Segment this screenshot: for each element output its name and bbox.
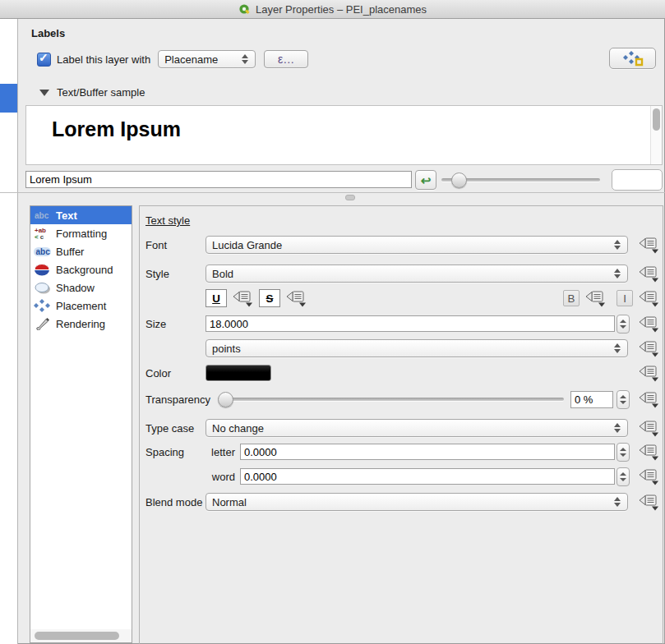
title-bar: Layer Properties – PEI_placenames [0,0,665,19]
sample-preview-text: Lorem Ipsum [52,117,662,141]
type-case-dropdown[interactable]: No change [206,419,628,437]
text-sample-preview: Lorem Ipsum [25,105,663,165]
data-defined-override-button[interactable] [638,419,660,437]
spinner-stepper-icon[interactable] [617,315,630,334]
data-defined-override-button[interactable] [638,493,660,511]
word-spacing-input[interactable] [240,468,615,485]
color-label: Color [145,367,206,380]
sample-section-header[interactable]: Text/Buffer sample [39,86,145,99]
italic-button[interactable]: I [617,290,633,306]
sample-section-title: Text/Buffer sample [57,86,145,99]
type-case-label: Type case [145,422,206,435]
label-layer-checkbox[interactable]: ✓ [37,53,51,67]
svg-text:abc: abc [36,247,51,256]
dropdown-stepper-icon [614,343,621,353]
underline-button[interactable]: U [206,289,227,307]
left-tab-strip[interactable] [0,19,18,644]
style-label: Style [145,268,206,280]
data-defined-override-button[interactable] [638,467,660,485]
letter-spacing-label: letter [206,446,235,458]
automated-placement-button[interactable] [609,48,656,69]
dropdown-stepper-icon [614,497,621,507]
label-field-dropdown[interactable]: Placename [158,50,256,68]
scrollbar-thumb[interactable] [653,108,660,131]
sidebar-horizontal-scrollbar[interactable] [30,629,132,642]
placement-icon [34,299,51,312]
dropdown-stepper-icon [614,269,621,278]
undo-arrow-icon: ↩ [421,174,432,186]
shadow-icon [34,281,51,294]
letter-spacing-input[interactable] [240,444,615,460]
formatting-icon: +ab <c [34,227,51,240]
sidebar-item-text[interactable]: abc Text [30,206,132,224]
sidebar-item-placement[interactable]: Placement [30,297,132,315]
sample-vertical-scrollbar[interactable] [650,106,662,164]
spinner-stepper-icon[interactable] [617,443,630,462]
style-dropdown[interactable]: Bold [206,264,628,283]
panel-title: Text style [145,214,190,227]
size-input[interactable] [206,315,615,332]
size-label: Size [145,318,206,330]
transparency-input[interactable] [570,391,613,408]
reset-sample-button[interactable]: ↩ [415,170,436,190]
strikeout-button[interactable]: S [259,289,280,307]
font-label: Font [145,239,206,251]
slider-knob[interactable] [451,172,467,188]
scrollbar-thumb[interactable] [35,632,119,640]
data-defined-override-button[interactable] [584,289,607,307]
dropdown-stepper-icon [242,54,249,64]
data-defined-override-button[interactable] [638,264,660,283]
buffer-icon: abc [34,245,51,258]
bold-button[interactable]: B [563,290,580,306]
expression-builder-button[interactable]: ε… [264,50,308,68]
background-icon [34,263,51,276]
rendering-brush-icon [34,317,51,330]
sample-scale-spinbox[interactable] [612,169,663,191]
labels-section-heading: Labels [31,27,65,39]
dropdown-stepper-icon [614,240,621,250]
section-divider [0,192,665,193]
sidebar-item-shadow[interactable]: Shadow [30,278,132,297]
slider-knob[interactable] [218,392,233,407]
word-spacing-label: word [206,471,235,483]
data-defined-override-button[interactable] [638,339,660,357]
font-dropdown[interactable]: Lucida Grande [206,236,628,254]
sidebar-item-rendering[interactable]: Rendering [30,315,132,333]
label-settings-sidebar: abc Text +ab <c Formatting abc Buffer [30,205,132,643]
data-defined-override-button[interactable] [638,289,660,307]
size-unit-dropdown[interactable]: points [206,339,628,357]
splitter-handle[interactable] [345,195,355,200]
collapse-triangle-icon[interactable] [39,90,49,96]
window-title: Layer Properties – PEI_placenames [256,3,427,16]
data-defined-override-button[interactable] [285,289,307,307]
data-defined-override-button[interactable] [638,364,660,382]
sidebar-item-background[interactable]: Background [30,260,132,278]
transparency-label: Transparency [145,393,218,406]
active-tab-indicator[interactable] [0,84,17,113]
data-defined-override-button[interactable] [638,390,660,408]
transparency-slider[interactable] [218,390,564,408]
layer-properties-dialog: Layer Properties – PEI_placenames Labels… [0,0,665,644]
text-style-panel: Text style Font Lucida Grande Style Bold [139,205,663,644]
svg-text:<c: <c [35,233,44,240]
data-defined-override-button[interactable] [638,315,660,333]
svg-text:abc: abc [35,211,49,220]
data-defined-override-button[interactable] [638,443,660,461]
color-swatch-button[interactable] [206,365,271,381]
data-defined-override-button[interactable] [638,236,660,254]
text-abc-icon: abc [34,209,51,222]
checkmark-icon: ✓ [39,51,48,64]
sidebar-item-formatting[interactable]: +ab <c Formatting [30,224,132,242]
sidebar-item-buffer[interactable]: abc Buffer [30,242,132,260]
label-layer-label: Label this layer with [57,53,150,66]
blend-mode-label: Blend mode [145,496,206,508]
placement-settings-icon [622,50,644,67]
qgis-logo-icon [238,3,251,16]
sample-text-input[interactable] [25,171,412,188]
blend-mode-dropdown[interactable]: Normal [206,493,628,511]
spinner-stepper-icon[interactable] [617,467,630,486]
sample-size-slider[interactable] [441,171,600,189]
dropdown-stepper-icon [614,423,621,433]
spinner-stepper-icon[interactable] [617,390,630,409]
data-defined-override-button[interactable] [232,289,254,307]
